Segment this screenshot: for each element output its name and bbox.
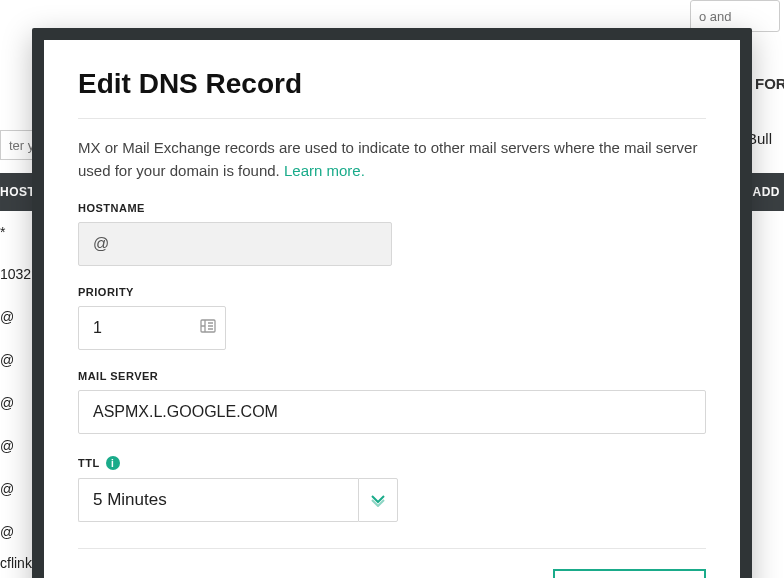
modal-overlay: Edit DNS Record MX or Mail Exchange reco… (0, 0, 784, 578)
ttl-dropdown-button[interactable] (358, 478, 398, 522)
mailserver-input[interactable] (78, 390, 706, 434)
modal-description: MX or Mail Exchange records are used to … (78, 137, 706, 182)
modal-frame: Edit DNS Record MX or Mail Exchange reco… (32, 28, 752, 578)
modal-footer: CANCEL SAVE CHANGES (78, 548, 706, 578)
hostname-label: HOSTNAME (78, 202, 706, 214)
edit-dns-record-modal: Edit DNS Record MX or Mail Exchange reco… (44, 40, 740, 578)
modal-title: Edit DNS Record (78, 68, 706, 100)
hostname-input (78, 222, 392, 266)
chevron-down-icon (370, 493, 386, 507)
divider (78, 118, 706, 119)
description-text: MX or Mail Exchange records are used to … (78, 139, 697, 179)
priority-input[interactable] (78, 306, 226, 350)
mailserver-label: MAIL SERVER (78, 370, 706, 382)
ttl-label-text: TTL (78, 457, 100, 469)
priority-label: PRIORITY (78, 286, 706, 298)
learn-more-link[interactable]: Learn more. (284, 162, 365, 179)
save-changes-button[interactable]: SAVE CHANGES (553, 569, 706, 578)
ttl-label: TTL i (78, 456, 706, 470)
info-icon[interactable]: i (106, 456, 120, 470)
ttl-select[interactable]: 5 Minutes (78, 478, 358, 522)
